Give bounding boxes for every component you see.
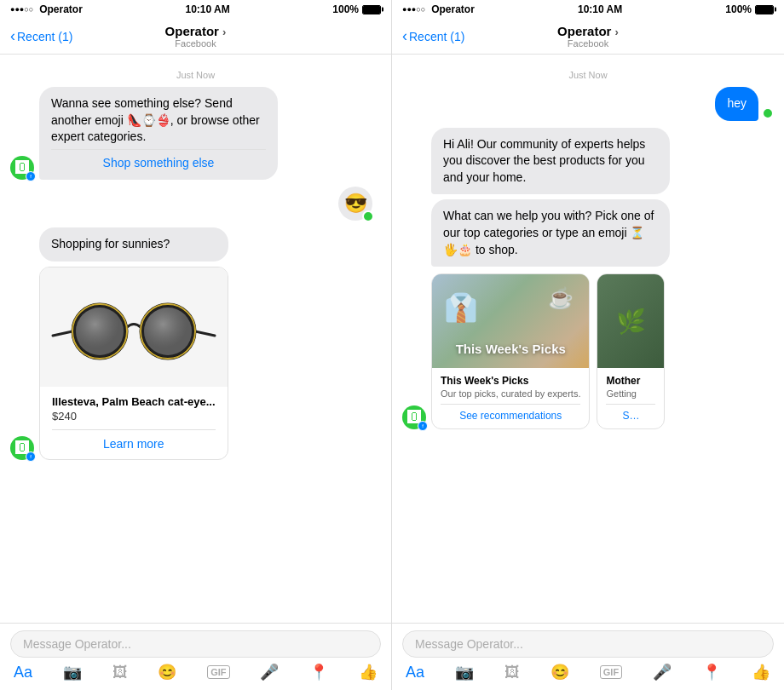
carousel-info-2: Mother Getting S… — [597, 368, 664, 428]
coffee-icon: ☕ — [548, 286, 574, 310]
shirt-icon: 👔 — [444, 291, 478, 324]
product-message-container: Shopping for sunnies? — [39, 227, 228, 460]
carousel-card-2: 🌿 Mother Getting S… — [597, 273, 665, 429]
battery-pct-right: 100% — [725, 3, 752, 15]
mic-icon-left[interactable]: 🎤 — [260, 663, 279, 681]
product-intro-bubble: Shopping for sunnies? — [39, 227, 228, 262]
picks-bg-inner: 👔 ☕ This Week's Picks — [432, 274, 589, 368]
carousel-row: 👔 ☕ This Week's Picks This Week's Picks … — [431, 273, 670, 429]
nav-subtitle-right: Facebook — [557, 38, 619, 49]
svg-line-6 — [53, 331, 72, 336]
mic-icon-right[interactable]: 🎤 — [653, 663, 672, 681]
messenger-badge-1: f — [26, 171, 36, 181]
svg-line-7 — [195, 331, 215, 336]
message-input-right[interactable]: Message Operator... — [402, 630, 774, 658]
carousel-card-1: 👔 ☕ This Week's Picks This Week's Picks … — [431, 273, 590, 429]
messenger-badge-r1: f — [418, 421, 428, 431]
nav-operator-left: Operator › — [165, 24, 227, 38]
carousel-cta-1[interactable]: See recommendations — [441, 410, 580, 422]
mother-bg-inner: 🌿 — [597, 274, 664, 368]
camera-icon-right[interactable]: 📷 — [455, 663, 474, 681]
like-icon-left[interactable]: 👍 — [359, 663, 378, 681]
back-chevron-right: ‹ — [402, 27, 407, 45]
carousel-divider-2 — [606, 404, 655, 405]
battery-left — [362, 5, 381, 14]
emoji-icon-right[interactable]: 😊 — [551, 663, 569, 681]
status-bar-left: ●●●○○ Operator 10:10 AM 100% — [0, 0, 391, 19]
aa-icon-left[interactable]: Aa — [14, 664, 32, 681]
emoji-icon-left[interactable]: 😊 — [158, 663, 176, 681]
emoji-sent-row: 😎 — [10, 187, 381, 221]
image-icon-left[interactable]: 🖼 — [112, 664, 128, 681]
nav-title-left: Operator › Facebook — [165, 24, 227, 49]
bubble-received-1: Wanna see something else? Send another e… — [39, 87, 278, 180]
bubble-sent-hey: hey — [715, 87, 758, 121]
shop-link[interactable]: Shop something else — [51, 155, 266, 172]
right-phone-panel: ●●●○○ Operator 10:10 AM 100% ‹ Recent (1… — [392, 0, 784, 690]
carrier-right: Operator — [431, 3, 475, 15]
battery-right — [755, 5, 774, 14]
carousel-divider-1 — [441, 404, 580, 405]
aa-icon-right[interactable]: Aa — [406, 664, 424, 681]
back-label-right: Recent (1) — [409, 30, 464, 43]
message-row-received-r1: 🅾 f Hi Ali! Our community of experts hel… — [402, 128, 774, 430]
sent-read-dot — [762, 107, 774, 119]
gif-icon-right[interactable]: GIF — [600, 665, 622, 679]
carousel-subtitle-2: Getting — [606, 388, 655, 399]
carousel-subtitle-1: Our top picks, curated by experts. — [441, 388, 580, 399]
bubble-text-1: Wanna see something else? Send another e… — [51, 96, 260, 143]
signal-dots-right: ●●●○○ — [402, 5, 425, 14]
carousel-title-2: Mother — [606, 375, 655, 387]
message-input-left[interactable]: Message Operator... — [10, 630, 381, 658]
bubble-received-r1: Hi Ali! Our community of experts helps y… — [431, 128, 670, 195]
input-bar-right: Message Operator... Aa 📷 🖼 😊 GIF 🎤 📍 👍 — [392, 623, 784, 690]
like-icon-right[interactable]: 👍 — [752, 663, 770, 681]
signal-dots-left: ●●●○○ — [10, 5, 33, 14]
product-intro-text: Shopping for sunnies? — [51, 237, 170, 250]
carousel-title-1: This Week's Picks — [441, 375, 580, 387]
back-button-left[interactable]: ‹ Recent (1) — [10, 27, 72, 45]
nav-subtitle-left: Facebook — [165, 38, 227, 49]
product-image — [40, 267, 228, 387]
carousel-image-1: 👔 ☕ This Week's Picks — [432, 274, 589, 368]
camera-icon-left[interactable]: 📷 — [63, 663, 82, 681]
location-icon-left[interactable]: 📍 — [309, 663, 328, 681]
carousel-info-1: This Week's Picks Our top picks, curated… — [432, 368, 589, 428]
timestamp-right: Just Now — [402, 70, 774, 80]
received-r1-text: Hi Ali! Our community of experts helps y… — [443, 137, 645, 184]
status-bar-right: ●●●○○ Operator 10:10 AM 100% — [392, 0, 784, 19]
time-right: 10:10 AM — [578, 3, 622, 15]
learn-more-link[interactable]: Learn more — [52, 437, 216, 451]
gif-icon-left[interactable]: GIF — [207, 665, 229, 679]
input-bar-left: Message Operator... Aa 📷 🖼 😊 GIF 🎤 📍 👍 — [0, 623, 391, 690]
product-price: $240 — [52, 410, 216, 423]
product-divider — [52, 429, 216, 430]
chat-area-right[interactable]: Just Now hey 🅾 f Hi Ali! Our community o… — [392, 55, 784, 623]
nav-operator-right: Operator › — [557, 24, 619, 38]
product-info: Illesteva, Palm Beach cat-eye... $240 Le… — [40, 387, 228, 459]
status-right-left: 100% — [332, 3, 381, 15]
carousel-cta-2[interactable]: S… — [606, 410, 655, 422]
message-row-sent-hey: hey — [402, 87, 774, 121]
received-r2-text: What can we help you with? Pick one of o… — [443, 209, 654, 256]
back-button-right[interactable]: ‹ Recent (1) — [402, 27, 464, 45]
avatar-left-2: 🅾 f — [10, 436, 34, 460]
sunglasses-svg — [49, 285, 219, 370]
image-icon-right[interactable]: 🖼 — [504, 664, 520, 681]
status-left: ●●●○○ Operator — [10, 3, 83, 15]
nav-chevron-left: › — [222, 26, 226, 38]
emoji-circle: 😎 — [338, 187, 372, 221]
carousel-image-2: 🌿 — [597, 274, 664, 368]
svg-point-5 — [144, 308, 192, 355]
sent-hey-text: hey — [727, 96, 747, 110]
chat-area-left[interactable]: Just Now 🅾 f Wanna see something else? S… — [0, 55, 391, 623]
nav-bar-left: ‹ Recent (1) Operator › Facebook — [0, 19, 391, 55]
carrier-left: Operator — [39, 3, 83, 15]
nav-title-right: Operator › Facebook — [557, 24, 619, 49]
received-messages-container: Hi Ali! Our community of experts helps y… — [431, 128, 670, 430]
picks-label: This Week's Picks — [432, 338, 589, 359]
product-name: Illesteva, Palm Beach cat-eye... — [52, 395, 216, 408]
messenger-badge-2: f — [26, 451, 36, 462]
product-card: Illesteva, Palm Beach cat-eye... $240 Le… — [39, 267, 228, 460]
location-icon-right[interactable]: 📍 — [702, 663, 721, 681]
